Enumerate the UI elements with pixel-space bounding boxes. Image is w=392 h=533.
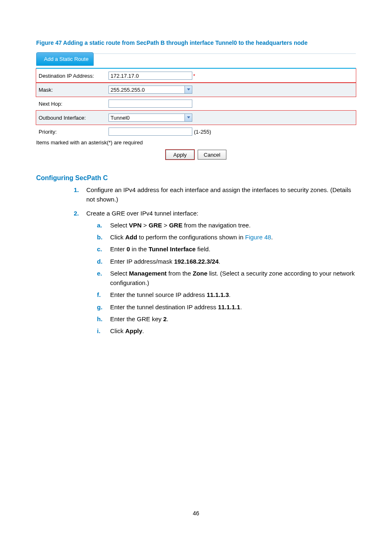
next-hop-input[interactable] (108, 100, 192, 108)
list-item: e. Select Management from the Zone list.… (86, 269, 356, 288)
tab-underline (36, 68, 356, 69)
list-marker: f. (86, 290, 110, 299)
chevron-down-icon[interactable] (184, 114, 192, 121)
chevron-down-icon[interactable] (184, 86, 192, 93)
alpha-list: a. Select VPN > GRE > GRE from the navig… (86, 220, 356, 336)
list-marker: 1. (67, 185, 86, 204)
figure-48-link[interactable]: Figure 48 (245, 234, 271, 241)
figure-caption: Figure 47 Adding a static route from Sec… (36, 39, 356, 46)
page-number: 46 (0, 510, 392, 517)
step-f: Enter the tunnel source IP address 11.1.… (110, 290, 231, 299)
row-next-hop: Next Hop: (36, 97, 356, 111)
step-h: Enter the GRE key 2. (110, 314, 168, 324)
row-mask: Mask: 255.255.255.0 (36, 83, 356, 97)
step-b: Click Add to perform the configurations … (110, 232, 273, 242)
list-item: 2. Create a GRE over IPv4 tunnel interfa… (67, 209, 356, 338)
list-item: f. Enter the tunnel source IP address 11… (86, 290, 356, 299)
step-a: Select VPN > GRE > GRE from the navigati… (110, 220, 251, 230)
mask-select-value: 255.255.255.0 (111, 87, 145, 93)
destination-ip-input[interactable]: 172.17.17.0 (108, 72, 192, 80)
step-i: Click Apply. (110, 326, 144, 336)
list-marker: b. (86, 232, 110, 242)
list-item: a. Select VPN > GRE > GRE from the navig… (86, 220, 356, 230)
step-2-text: Create a GRE over IPv4 tunnel interface: (86, 210, 198, 217)
list-marker: 2. (67, 209, 86, 338)
step-e: Select Management from the Zone list. (S… (110, 269, 356, 288)
list-marker: h. (86, 314, 110, 324)
numbered-list: 1. Configure an IPv4 address for each in… (67, 185, 356, 338)
list-marker: e. (86, 269, 110, 288)
heading-configuring-secpath-c: Configuring SecPath C (36, 174, 356, 182)
required-asterisk: * (193, 73, 195, 79)
outbound-interface-select[interactable]: Tunnel0 (108, 114, 192, 122)
list-item: h. Enter the GRE key 2. (86, 314, 356, 324)
mask-select[interactable]: 255.255.255.0 (108, 86, 192, 94)
list-item: d. Enter IP address/mask 192.168.22.3/24… (86, 257, 356, 266)
required-note: Items marked with an asterisk(*) are req… (36, 139, 356, 146)
button-row: Apply Cancel (36, 150, 356, 160)
row-outbound-interface: Outbound Interface: Tunnel0 (36, 111, 356, 125)
step-g: Enter the tunnel destination IP address … (110, 302, 242, 312)
static-route-form: Add a Static Route Destination IP Addres… (36, 53, 356, 139)
list-item: c. Enter 0 in the Tunnel Interface field… (86, 244, 356, 254)
list-item: b. Click Add to perform the configuratio… (86, 232, 356, 242)
label-destination-ip: Destination IP Address: (39, 73, 108, 79)
list-item: g. Enter the tunnel destination IP addre… (86, 302, 356, 312)
outbound-interface-value: Tunnel0 (111, 115, 130, 121)
list-item: i. Click Apply. (86, 326, 356, 336)
list-item: 1. Configure an IPv4 address for each in… (67, 185, 356, 204)
label-mask: Mask: (39, 87, 108, 93)
cancel-button[interactable]: Cancel (198, 150, 226, 160)
list-marker: a. (86, 220, 110, 230)
apply-button[interactable]: Apply (166, 150, 194, 160)
priority-input[interactable] (108, 127, 192, 136)
priority-range-hint: (1-255) (194, 129, 211, 135)
list-marker: g. (86, 302, 110, 312)
label-priority: Priority: (39, 129, 108, 135)
list-marker: i. (86, 326, 110, 336)
list-marker: d. (86, 257, 110, 266)
row-destination-ip: Destination IP Address: 172.17.17.0 * (36, 69, 356, 83)
label-next-hop: Next Hop: (39, 101, 108, 107)
step-d: Enter IP address/mask 192.168.22.3/24. (110, 257, 220, 266)
step-1-text: Configure an IPv4 address for each inter… (86, 185, 356, 204)
tab-add-static-route[interactable]: Add a Static Route (36, 52, 94, 66)
list-marker: c. (86, 244, 110, 254)
row-priority: Priority: (1-255) (36, 125, 356, 139)
step-c: Enter 0 in the Tunnel Interface field. (110, 244, 210, 254)
label-outbound-interface: Outbound Interface: (39, 115, 108, 121)
